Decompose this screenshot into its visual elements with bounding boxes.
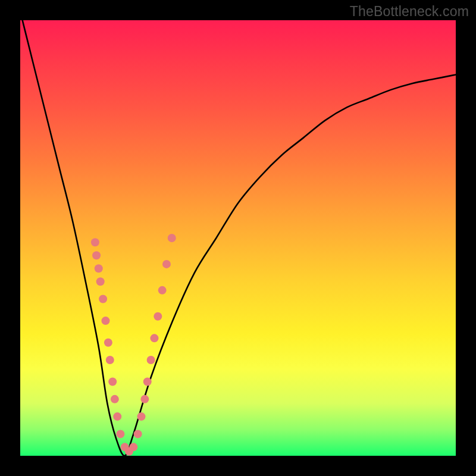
bead — [140, 395, 149, 403]
bead — [158, 286, 167, 295]
bead — [150, 334, 158, 342]
bead — [116, 430, 124, 438]
chart-frame: TheBottleneck.com — [0, 0, 476, 476]
bottleneck-curve — [20, 11, 456, 456]
bead — [95, 264, 103, 273]
plot-area — [20, 20, 456, 456]
bead — [154, 312, 162, 321]
bead — [113, 412, 121, 421]
bead — [168, 234, 176, 242]
bead — [92, 251, 101, 259]
bead — [99, 295, 107, 303]
bead — [147, 356, 155, 364]
bead — [111, 395, 119, 403]
bead — [101, 317, 109, 325]
attribution-label: TheBottleneck.com — [350, 4, 469, 20]
bead — [134, 430, 142, 438]
bead — [106, 356, 114, 364]
bead — [137, 412, 145, 421]
bead — [104, 339, 112, 347]
bead — [162, 260, 171, 268]
bead — [96, 277, 105, 286]
bead — [108, 378, 117, 386]
bead — [143, 378, 152, 386]
bead — [129, 443, 137, 451]
bead — [91, 238, 99, 246]
chart-svg — [20, 20, 456, 456]
